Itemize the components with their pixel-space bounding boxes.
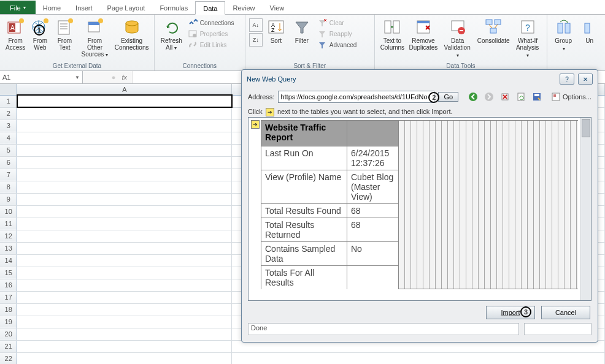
cell[interactable] — [232, 352, 605, 364]
row-header[interactable]: 17 — [0, 291, 17, 303]
cancel-button[interactable]: Cancel — [541, 306, 590, 319]
sort-desc-button[interactable]: Z↓ — [249, 33, 263, 47]
stop-icon[interactable] — [500, 92, 510, 102]
cell[interactable] — [17, 119, 232, 132]
cell[interactable] — [17, 279, 232, 291]
cell[interactable] — [17, 156, 232, 169]
sort-button[interactable]: AZSort — [264, 16, 288, 45]
row-header[interactable]: 11 — [0, 218, 17, 230]
cell[interactable] — [17, 328, 232, 340]
row-header[interactable]: 15 — [0, 267, 17, 279]
from-other-label: From Other Sources ▾ — [80, 37, 109, 58]
select-all[interactable] — [0, 84, 17, 95]
sort-asc-button[interactable]: A↓ — [249, 18, 263, 32]
dialog-titlebar[interactable]: New Web Query ? ✕ — [242, 70, 598, 88]
from-web-button[interactable]: From Web — [28, 16, 52, 52]
cell[interactable] — [17, 242, 232, 254]
filter-button[interactable]: Filter — [290, 16, 314, 45]
select-table-arrow[interactable] — [251, 120, 260, 129]
import-button[interactable]: Import — [486, 306, 535, 319]
row-header[interactable]: 1 — [0, 95, 17, 107]
tab-insert[interactable]: Insert — [68, 1, 100, 14]
options-link[interactable]: Options... — [549, 92, 592, 102]
row-header[interactable]: 22 — [0, 352, 17, 364]
consolidate-button[interactable]: Consolidate — [476, 16, 511, 45]
row-header[interactable]: 10 — [0, 205, 17, 218]
save-query-icon[interactable] — [532, 92, 542, 102]
row-header[interactable]: 20 — [0, 328, 17, 340]
reapply-button[interactable]: Reapply — [315, 28, 371, 39]
advanced-button[interactable]: Advanced — [315, 39, 371, 50]
from-other-sources-button[interactable]: From Other Sources ▾ — [77, 16, 112, 59]
forward-icon[interactable] — [484, 92, 494, 102]
cell[interactable] — [17, 95, 232, 107]
clear-button[interactable]: Clear — [315, 17, 371, 28]
row-header[interactable]: 19 — [0, 316, 17, 328]
tab-data[interactable]: Data — [195, 1, 225, 15]
text-to-columns-button[interactable]: Text to Columns — [379, 16, 406, 52]
row-header[interactable]: 6 — [0, 156, 17, 169]
properties-button[interactable]: Properties — [186, 28, 241, 39]
address-input[interactable] — [278, 91, 434, 103]
cell[interactable] — [17, 218, 232, 230]
row-header[interactable]: 12 — [0, 230, 17, 242]
tab-review[interactable]: Review — [225, 1, 262, 14]
tab-formulas[interactable]: Formulas — [152, 1, 195, 14]
web-preview[interactable]: Website Traffic Report Last Run On6/24/2… — [248, 117, 592, 301]
preview-scrollbar[interactable] — [580, 118, 591, 300]
group-button[interactable]: Group ▾ — [551, 16, 576, 53]
cell[interactable] — [17, 107, 232, 119]
cell[interactable] — [17, 352, 232, 364]
row-header[interactable]: 2 — [0, 107, 17, 119]
cell[interactable] — [17, 144, 232, 156]
data-validation-button[interactable]: Data Validation ▾ — [441, 16, 474, 60]
cell[interactable] — [17, 230, 232, 242]
refresh-all-button[interactable]: Refresh All ▾ — [158, 16, 185, 53]
cell[interactable] — [17, 254, 232, 267]
from-access-button[interactable]: AFrom Access — [4, 16, 27, 52]
row-header[interactable]: 16 — [0, 279, 17, 291]
tab-home[interactable]: Home — [36, 1, 68, 14]
cell[interactable] — [17, 181, 232, 193]
col-header-a[interactable]: A — [17, 84, 232, 95]
svg-rect-46 — [534, 94, 539, 96]
cell[interactable] — [17, 267, 232, 279]
row-header[interactable]: 14 — [0, 254, 17, 267]
name-box[interactable]: A1▼ — [0, 71, 83, 83]
group-label-connections: Connections — [158, 62, 241, 70]
remove-duplicates-button[interactable]: Remove Duplicates — [407, 16, 439, 52]
cell[interactable] — [17, 291, 232, 303]
ungroup-button[interactable]: Un — [577, 16, 601, 45]
existing-connections-button[interactable]: Existing Connections — [114, 16, 150, 52]
table-cell: 68 — [347, 204, 399, 218]
from-text-button[interactable]: From Text — [53, 16, 76, 52]
tab-view[interactable]: View — [263, 1, 292, 14]
row-header[interactable]: 9 — [0, 193, 17, 205]
cell[interactable] — [17, 340, 232, 352]
close-button[interactable]: ✕ — [578, 74, 593, 85]
cell[interactable] — [17, 303, 232, 316]
row-header[interactable]: 4 — [0, 132, 17, 144]
row-header[interactable]: 7 — [0, 169, 17, 181]
row-header[interactable]: 8 — [0, 181, 17, 193]
cell[interactable] — [17, 132, 232, 144]
help-button[interactable]: ? — [560, 74, 574, 85]
row-header[interactable]: 5 — [0, 144, 17, 156]
tab-file[interactable]: File▾ — [0, 1, 36, 14]
back-icon[interactable] — [468, 92, 478, 102]
cell[interactable] — [17, 169, 232, 181]
what-if-button[interactable]: ?What-If Analysis ▾ — [512, 16, 543, 60]
row-header[interactable]: 3 — [0, 119, 17, 132]
row-header[interactable]: 13 — [0, 242, 17, 254]
edit-links-button[interactable]: Edit Links — [186, 39, 241, 50]
go-button[interactable]: Go — [438, 92, 458, 102]
refresh-page-icon[interactable] — [516, 92, 526, 102]
cell[interactable] — [17, 193, 232, 205]
connections-button[interactable]: Connections — [186, 17, 241, 28]
row-header[interactable]: 21 — [0, 340, 17, 352]
row-header[interactable]: 18 — [0, 303, 17, 316]
cell[interactable] — [17, 205, 232, 218]
tab-page-layout[interactable]: Page Layout — [100, 1, 153, 14]
ribbon: AFrom Access From Web From Text From Oth… — [0, 15, 605, 71]
cell[interactable] — [17, 316, 232, 328]
